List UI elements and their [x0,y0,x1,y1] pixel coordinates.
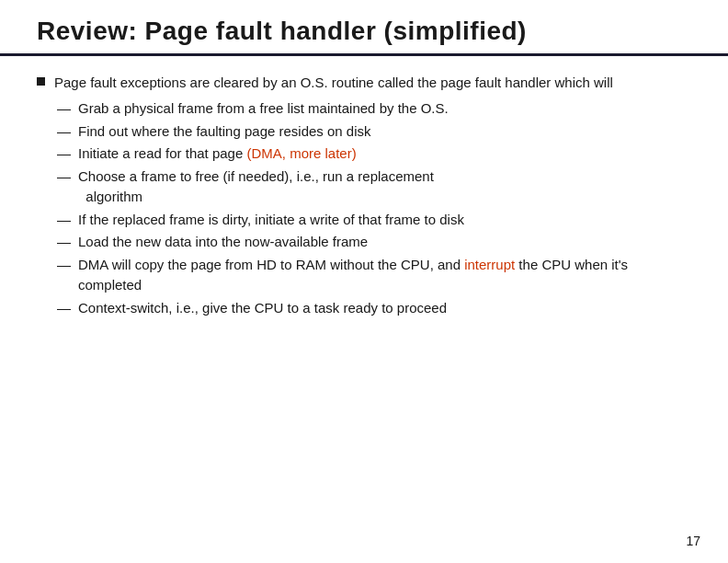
sub-bullet-1: — Grab a physical frame from a free list… [57,98,691,119]
sub-bullet-4: — Choose a frame to free (if needed), i.… [57,167,691,207]
sub-bullet-7: — DMA will copy the page from HD to RAM … [57,255,691,295]
sub-bullet-5: — If the replaced frame is dirty, initia… [57,210,691,230]
dash-icon-8: — [57,298,71,318]
sub-bullet-text-1: Grab a physical frame from a free list m… [78,98,449,119]
dash-icon-7: — [57,255,71,275]
sub-bullet-text-3: Initiate a read for that page (DMA, more… [78,144,357,164]
dash-icon-4: — [57,167,71,187]
main-bullet: Page fault exceptions are cleared by an … [37,73,691,93]
sub-bullet-text-7: DMA will copy the page from HD to RAM wi… [78,255,691,295]
page-number: 17 [686,534,700,548]
sub-bullet-text-4: Choose a frame to free (if needed), i.e.… [78,167,434,207]
content-area: Page fault exceptions are cleared by an … [0,56,728,329]
slide-title: Review: Page fault handler (simplified) [37,17,527,45]
sub-bullet-2: — Find out where the faulting page resid… [57,121,691,142]
sub-bullet-text-5: If the replaced frame is dirty, initiate… [78,210,464,230]
sub-bullet-text-2: Find out where the faulting page resides… [78,121,371,142]
sub-bullet-text-8: Context-switch, i.e., give the CPU to a … [78,298,447,318]
sub-bullets-list: — Grab a physical frame from a free list… [57,98,691,318]
dash-icon-1: — [57,98,71,119]
slide: Review: Page fault handler (simplified) … [0,0,728,563]
sub-bullet-3: — Initiate a read for that page (DMA, mo… [57,144,691,164]
dash-icon-2: — [57,121,71,142]
dash-icon-5: — [57,210,71,230]
sub-bullet-text-6: Load the new data into the now-available… [78,232,368,252]
sub-bullet-6: — Load the new data into the now-availab… [57,232,691,252]
bullet-square-icon [37,77,45,86]
dash-icon-3: — [57,144,71,164]
sub-bullet-8: — Context-switch, i.e., give the CPU to … [57,298,691,318]
main-bullet-text: Page fault exceptions are cleared by an … [54,73,613,93]
dash-icon-6: — [57,232,71,252]
title-bar: Review: Page fault handler (simplified) [0,0,728,56]
highlight-interrupt: interrupt [464,257,515,272]
highlight-dma: (DMA, more later) [246,145,356,161]
